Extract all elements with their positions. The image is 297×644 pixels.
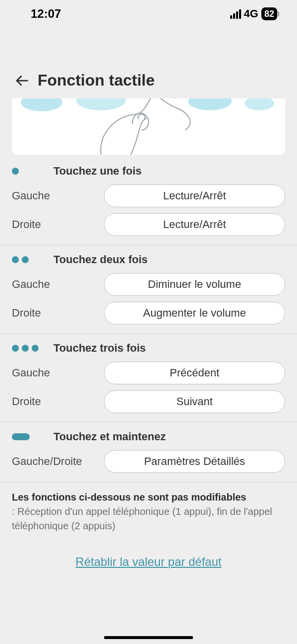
- row-right: Droite Augmenter le volume: [12, 302, 285, 324]
- action-selector-tap3-left[interactable]: Précédent: [104, 362, 285, 384]
- touch-hold-icon: [12, 433, 44, 440]
- footer-note-title: Les fonctions ci-dessous ne sont pas mod…: [12, 492, 246, 503]
- section-header: Touchez une fois: [12, 165, 285, 178]
- page-title: Fonction tactile: [38, 71, 154, 90]
- action-selector-tap2-left[interactable]: Diminuer le volume: [104, 273, 285, 296]
- section-header: Touchez et maintenez: [12, 430, 285, 443]
- svg-point-1: [21, 98, 62, 111]
- svg-point-2: [76, 98, 126, 110]
- row-label-right: Droite: [12, 218, 99, 231]
- ear-touch-illustration: [12, 98, 285, 155]
- action-selector-hold[interactable]: Paramètres Détaillés: [104, 450, 285, 473]
- status-right: 4G 82: [230, 7, 277, 20]
- section-header: Touchez deux fois: [12, 253, 285, 266]
- action-selector-tap3-right[interactable]: Suivant: [104, 390, 285, 413]
- row-label-left: Gauche: [12, 367, 99, 379]
- reset-defaults-link[interactable]: Rétablir la valeur par défaut: [0, 555, 297, 569]
- tap-twice-icon: [12, 256, 44, 263]
- back-arrow-icon[interactable]: [14, 73, 30, 89]
- section-header: Touchez trois fois: [12, 342, 285, 355]
- status-time: 12:07: [31, 7, 61, 21]
- section-title: Touchez trois fois: [53, 342, 146, 355]
- row-right: Droite Suivant: [12, 390, 285, 413]
- row-label-both: Gauche/Droite: [12, 455, 99, 468]
- battery-indicator: 82: [261, 7, 277, 20]
- cellular-signal-icon: [230, 9, 241, 19]
- status-bar: 12:07 4G 82: [0, 0, 297, 26]
- row-both: Gauche/Droite Paramètres Détaillés: [12, 450, 285, 473]
- row-left: Gauche Précédent: [12, 362, 285, 384]
- row-label-right: Droite: [12, 307, 99, 320]
- row-left: Gauche Diminuer le volume: [12, 273, 285, 296]
- section-title: Touchez et maintenez: [53, 430, 166, 443]
- row-label-right: Droite: [12, 395, 99, 408]
- section-hold: Touchez et maintenez Gauche/Droite Param…: [0, 422, 297, 482]
- section-title: Touchez deux fois: [53, 253, 148, 266]
- row-label-left: Gauche: [12, 278, 99, 291]
- battery-percent: 82: [264, 9, 274, 19]
- svg-point-4: [245, 98, 274, 110]
- network-label: 4G: [244, 7, 258, 20]
- action-selector-tap2-right[interactable]: Augmenter le volume: [104, 302, 285, 324]
- svg-point-3: [188, 98, 232, 110]
- illustration-card: [12, 98, 285, 155]
- row-label-left: Gauche: [12, 189, 99, 202]
- footer-note: Les fonctions ci-dessous ne sont pas mod…: [0, 482, 297, 537]
- section-tap-three: Touchez trois fois Gauche Précédent Droi…: [0, 334, 297, 422]
- tap-once-icon: [12, 168, 44, 175]
- home-indicator[interactable]: [104, 636, 193, 639]
- tap-three-icon: [12, 345, 44, 352]
- row-left: Gauche Lecture/Arrêt: [12, 184, 285, 207]
- footer-note-sub: : Réception d'un appel téléphonique (1 a…: [12, 506, 272, 531]
- row-right: Droite Lecture/Arrêt: [12, 213, 285, 236]
- action-selector-tap1-right[interactable]: Lecture/Arrêt: [104, 213, 285, 236]
- section-title: Touchez une fois: [53, 165, 142, 178]
- section-tap-twice: Touchez deux fois Gauche Diminuer le vol…: [0, 245, 297, 334]
- section-tap-once: Touchez une fois Gauche Lecture/Arrêt Dr…: [0, 157, 297, 245]
- page-header: Fonction tactile: [0, 26, 297, 98]
- action-selector-tap1-left[interactable]: Lecture/Arrêt: [104, 184, 285, 207]
